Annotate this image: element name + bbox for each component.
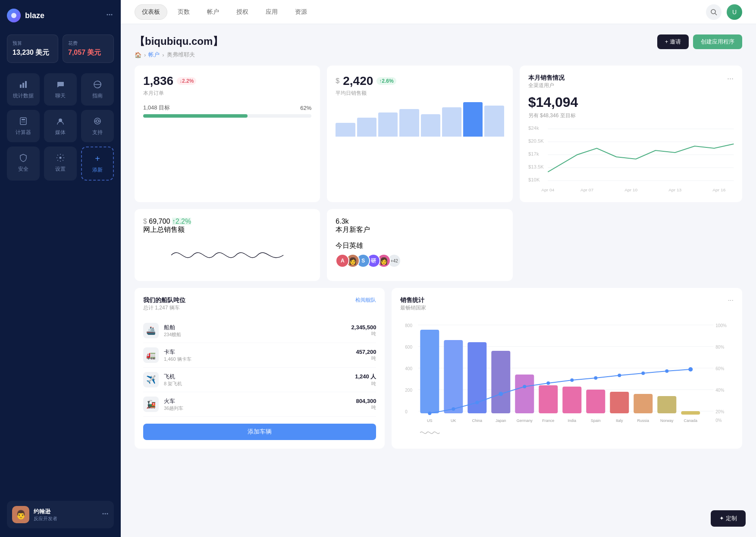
svg-text:Apr 04: Apr 04 (541, 188, 555, 192)
fleet-header-left: 我们的船队吨位 总计 1,247 辆车 (143, 297, 185, 312)
svg-text:Russia: Russia (637, 418, 649, 423)
fleet-item-plane: ✈️ 飞机 8 架飞机 1,240 人 吨 (143, 368, 376, 392)
svg-point-71 (499, 392, 503, 396)
nav-account[interactable]: 帐户 (200, 5, 226, 19)
svg-rect-66 (658, 396, 677, 413)
monthly-sales-subtext: 另有 $48,346 至目标 (528, 112, 734, 119)
orders-badge: ↓2.2% (177, 77, 196, 85)
nav-item-chat[interactable]: 聊天 (44, 73, 77, 106)
svg-text:$17k: $17k (528, 152, 539, 156)
daily-sales-label: 平均日销售额 (336, 90, 504, 97)
topnav-user-avatar[interactable]: U (727, 4, 742, 20)
progress-row: 1,048 目标 62% (143, 104, 311, 112)
progress-bar-wrap (143, 114, 311, 118)
page-header: 【biqubiqu.com】 🏠 › 帐户 › 奥弗维耶夫 + 邀请 创建应用程… (135, 34, 742, 59)
nav-label-calculator: 计算器 (16, 129, 31, 136)
sidebar-logo: blaze (7, 9, 114, 22)
media-icon (55, 116, 66, 126)
calculator-icon (18, 116, 28, 126)
heroes-label: 今日英雄 (336, 241, 504, 250)
truck-sub: 1,460 辆卡车 (164, 356, 191, 362)
bar5 (421, 114, 440, 137)
avatar-1: A (336, 254, 349, 268)
breadcrumb-current: 奥弗维耶夫 (167, 51, 195, 59)
svg-rect-6 (25, 81, 27, 88)
support-icon (92, 116, 103, 126)
truck-icon: 🚛 (143, 347, 159, 363)
svg-point-20 (103, 513, 104, 515)
nav-item-security[interactable]: 安全 (7, 147, 40, 181)
settings-icon (55, 153, 66, 163)
nav-apps[interactable]: 应用 (259, 5, 285, 19)
svg-point-70 (476, 401, 479, 404)
truck-value: 457,200 吨 (356, 349, 376, 362)
plane-num: 1,240 人 (355, 373, 376, 381)
plane-unit: 吨 (355, 381, 376, 387)
nav-auth[interactable]: 授权 (229, 5, 255, 19)
fleet-card: 我们的船队吨位 总计 1,247 辆车 检阅舰队 🚢 船舶 234艘船 2,34… (135, 288, 385, 449)
nav-label-media: 媒体 (55, 129, 66, 136)
fleet-sub: 总计 1,247 辆车 (143, 304, 185, 312)
svg-rect-60 (515, 375, 534, 413)
search-button[interactable] (706, 4, 721, 20)
main-content: 仪表板 页数 帐户 授权 应用 资源 U 【biqubiqu.com】 🏠 › … (121, 0, 756, 537)
nav-dashboard[interactable]: 仪表板 (135, 4, 167, 20)
sidebar-settings-icon[interactable] (105, 10, 114, 21)
truck-num: 457,200 (356, 349, 376, 355)
nav-item-media[interactable]: 媒体 (44, 110, 77, 142)
monthly-sales-more[interactable]: ··· (727, 74, 734, 83)
new-customers-label: 本月新客户 (336, 225, 504, 234)
nav-item-stats[interactable]: 统计数据 (7, 73, 40, 106)
svg-text:80%: 80% (716, 345, 725, 350)
nav-resources[interactable]: 资源 (288, 5, 314, 19)
new-customers-number: 6.3k (336, 218, 504, 225)
bottom-row: 我们的船队吨位 总计 1,247 辆车 检阅舰队 🚢 船舶 234艘船 2,34… (135, 288, 742, 449)
add-vehicle-button[interactable]: 添加车辆 (143, 424, 376, 440)
train-num: 804,300 (356, 398, 376, 404)
breadcrumb-home-icon: 🏠 (135, 52, 141, 58)
train-name: 火车 (164, 397, 183, 405)
truck-unit: 吨 (356, 355, 376, 362)
nav-label-add: 添新 (92, 166, 103, 174)
online-sales-label: 网上总销售额 (143, 225, 311, 234)
invite-button[interactable]: + 邀请 (657, 34, 689, 49)
sidebar: blaze 预算 13,230 美元 花费 7,057 美元 统计数据 聊天 (0, 0, 121, 537)
nav-grid: 统计数据 聊天 指南 计算器 媒体 (7, 73, 114, 181)
breadcrumb-sep2: › (162, 52, 164, 58)
monthly-sales-title: 本月销售情况 (528, 74, 565, 82)
svg-point-23 (711, 9, 715, 14)
sales-stats-sub: 最畅销国家 (400, 304, 426, 312)
truck-name: 卡车 (164, 348, 191, 356)
ship-sub: 234艘船 (164, 331, 181, 338)
header-actions: + 邀请 创建应用程序 (657, 34, 742, 49)
nav-item-add[interactable]: + 添新 (81, 147, 114, 181)
nav-item-calculator[interactable]: 计算器 (7, 110, 40, 142)
svg-rect-61 (539, 385, 558, 413)
breadcrumb-account[interactable]: 帐户 (148, 51, 160, 59)
train-info: 火车 36趟列车 (164, 397, 183, 412)
create-app-button[interactable]: 创建应用程序 (693, 34, 742, 49)
svg-rect-57 (444, 340, 463, 413)
budget-cards: 预算 13,230 美元 花费 7,057 美元 (7, 34, 114, 63)
bar7 (463, 102, 483, 137)
nav-item-settings[interactable]: 设置 (44, 147, 77, 181)
svg-text:40%: 40% (716, 388, 725, 393)
user-more-icon[interactable] (102, 510, 109, 519)
topnav-right: U (706, 4, 742, 20)
svg-text:20%: 20% (716, 409, 725, 414)
svg-text:$10K: $10K (528, 178, 540, 182)
nav-item-guide[interactable]: 指南 (81, 73, 114, 106)
svg-text:400: 400 (405, 366, 413, 371)
sales-stats-more[interactable]: ··· (728, 297, 734, 304)
nav-pages[interactable]: 页数 (171, 5, 197, 19)
online-sales-number: $ 69,700 ↑2.2% (143, 218, 311, 225)
fleet-link[interactable]: 检阅舰队 (355, 297, 376, 304)
svg-point-68 (428, 412, 432, 415)
svg-text:UK: UK (451, 418, 456, 423)
svg-point-1 (107, 14, 108, 16)
customize-button[interactable]: ✦ 定制 (711, 510, 746, 527)
nav-item-support[interactable]: 支持 (81, 110, 114, 142)
svg-rect-56 (420, 330, 439, 413)
svg-rect-64 (610, 392, 629, 413)
svg-text:0: 0 (405, 409, 408, 414)
